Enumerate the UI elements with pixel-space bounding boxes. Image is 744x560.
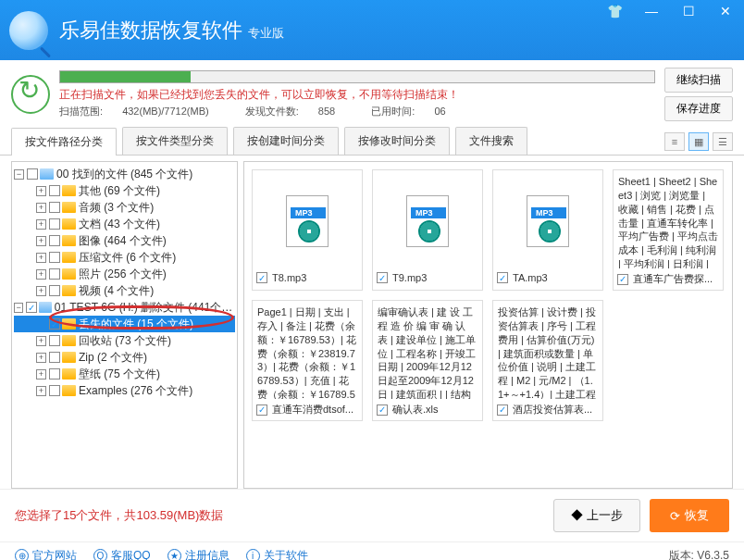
file-checkbox[interactable] [497, 272, 508, 283]
file-card[interactable]: Page1 | 日期 | 支出 | 存入 | 备注 | 花费（余额：￥16789… [252, 300, 363, 421]
support-qq-link[interactable]: Q客服QQ [93, 548, 151, 560]
file-card[interactable]: 编审确认表 | 建 设 工 程 造 价 编 审 确 认 表 | 建设单位 | 施… [372, 300, 483, 421]
file-card[interactable]: TA.mp3 [492, 169, 603, 291]
scan-status-text: 正在扫描文件，如果已经找到您丢失的文件，可以立即恢复，不用等待扫描结束！ [59, 87, 655, 103]
tree-item[interactable]: +照片 (256 个文件) [14, 266, 235, 282]
scan-progress [59, 70, 655, 83]
file-card[interactable]: T9.mp3 [372, 169, 483, 291]
file-checkbox[interactable] [256, 404, 267, 416]
tree-item[interactable]: +视频 (4 个文件) [14, 282, 235, 299]
maximize-button[interactable]: ☐ [670, 0, 707, 22]
selection-summary: 您选择了15个文件，共103.59(MB)数据 [15, 507, 223, 524]
recycle-icon [11, 75, 50, 114]
about-link[interactable]: i关于软件 [246, 548, 308, 560]
info-icon: i [246, 549, 260, 560]
view-detail-button[interactable]: ☰ [713, 132, 733, 151]
file-card[interactable]: Sheet1 | Sheet2 | Sheet3 | 浏览 | 浏览量 | 收藏… [613, 169, 724, 291]
file-text-preview: 编审确认表 | 建 设 工 程 造 价 编 审 确 认 表 | 建设单位 | 施… [377, 305, 478, 399]
file-checkbox[interactable] [377, 404, 388, 416]
globe-icon: ⊕ [15, 549, 29, 560]
selection-bar: 您选择了15个文件，共103.59(MB)数据 ◆ 上一步 ⟳恢复 [0, 489, 744, 541]
category-tabs: 按文件路径分类 按文件类型分类 按创建时间分类 按修改时间分类 文件搜索 ≡ ▦… [0, 127, 744, 156]
tab-by-type[interactable]: 按文件类型分类 [122, 127, 228, 155]
folder-tree[interactable]: − 00 找到的文件 (845 个文件) +其他 (69 个文件) +音频 (3… [11, 161, 238, 489]
previous-step-button[interactable]: ◆ 上一步 [553, 499, 640, 532]
tree-item[interactable]: +Zip (2 个文件) [14, 349, 235, 366]
view-grid-button[interactable]: ▦ [688, 132, 709, 151]
file-name: 确认表.xls [392, 403, 439, 417]
title-bar: 乐易佳数据恢复软件 专业版 👕 — ☐ ✕ [0, 0, 744, 60]
continue-scan-button[interactable]: 继续扫描 [664, 68, 733, 93]
refresh-icon: ⟳ [670, 509, 680, 523]
tree-drive[interactable]: − 01 TEST-6G (H:) 删除文件 (441个文件) [14, 299, 235, 316]
scan-meta: 扫描范围: 432(MB)/7712(MB) 发现文件数: 858 已用时间: … [59, 105, 655, 118]
file-checkbox[interactable] [497, 404, 508, 416]
tree-item-lost-files[interactable]: +丢失的文件 (15 个文件) [14, 316, 235, 332]
app-title: 乐易佳数据恢复软件 [59, 17, 242, 44]
star-icon: ★ [167, 549, 181, 560]
file-checkbox[interactable] [256, 272, 267, 283]
tree-item[interactable]: +音频 (3 个文件) [14, 199, 235, 216]
tree-item[interactable]: +图像 (464 个文件) [14, 232, 235, 249]
file-text-preview: Sheet1 | Sheet2 | Sheet3 | 浏览 | 浏览量 | 收藏… [617, 174, 719, 268]
mp3-file-icon [286, 195, 329, 247]
expander-icon[interactable]: − [14, 169, 24, 180]
skin-button[interactable]: 👕 [596, 0, 633, 22]
tree-item[interactable]: +其他 (69 个文件) [14, 182, 235, 199]
tree-item[interactable]: +回收站 (73 个文件) [14, 332, 235, 349]
tree-item[interactable]: +壁纸 (75 个文件) [14, 366, 235, 382]
file-name: 酒店投资估算表... [513, 403, 592, 417]
tab-by-created[interactable]: 按创建时间分类 [233, 127, 339, 155]
file-name: T9.mp3 [392, 272, 427, 283]
save-progress-button[interactable]: 保存进度 [664, 96, 733, 121]
file-text-preview: Page1 | 日期 | 支出 | 存入 | 备注 | 花费（余额：￥16789… [256, 305, 358, 399]
file-name: 直通车消费dtsof... [272, 403, 353, 417]
scan-status-area: 正在扫描文件，如果已经找到您丢失的文件，可以立即恢复，不用等待扫描结束！ 扫描范… [0, 60, 744, 127]
tree-item[interactable]: +Examples (276 个文件) [14, 382, 235, 399]
tree-root[interactable]: − 00 找到的文件 (845 个文件) [14, 166, 235, 182]
mp3-file-icon [527, 195, 569, 247]
tree-checkbox[interactable] [27, 168, 38, 180]
app-subtitle: 专业版 [248, 25, 284, 42]
tab-by-path[interactable]: 按文件路径分类 [11, 128, 117, 156]
file-checkbox[interactable] [617, 274, 628, 285]
close-button[interactable]: ✕ [707, 0, 744, 22]
view-list-button[interactable]: ≡ [664, 132, 685, 151]
tab-search[interactable]: 文件搜索 [455, 127, 527, 155]
recover-button[interactable]: ⟳恢复 [650, 499, 729, 532]
app-logo-icon [9, 11, 48, 50]
tree-checkbox[interactable] [26, 302, 36, 313]
tab-by-modified[interactable]: 按修改时间分类 [344, 127, 450, 155]
footer-link-bar: ⊕官方网站 Q客服QQ ★注册信息 i关于软件 版本: V6.3.5 [0, 541, 744, 560]
file-name: T8.mp3 [272, 272, 306, 283]
file-name: 直通车广告费探... [633, 272, 713, 286]
official-site-link[interactable]: ⊕官方网站 [15, 548, 77, 560]
file-checkbox[interactable] [377, 272, 388, 283]
drive-icon [39, 302, 52, 313]
file-card[interactable]: T8.mp3 [252, 169, 363, 291]
register-info-link[interactable]: ★注册信息 [167, 548, 229, 560]
minimize-button[interactable]: — [633, 0, 670, 22]
file-grid[interactable]: T8.mp3 T9.mp3 TA.mp3 Sheet1 | Sheet2 | S… [243, 161, 733, 489]
file-text-preview: 投资估算 | 设计费 | 投资估算表 | 序号 | 工程费用 | 估算价值(万元… [497, 305, 599, 399]
qq-icon: Q [93, 549, 107, 560]
file-card[interactable]: 投资估算 | 设计费 | 投资估算表 | 序号 | 工程费用 | 估算价值(万元… [492, 300, 603, 421]
version-label: 版本: V6.3.5 [669, 548, 729, 560]
tree-item[interactable]: +压缩文件 (6 个文件) [14, 249, 235, 266]
tree-item[interactable]: +文档 (43 个文件) [14, 216, 235, 232]
mp3-file-icon [406, 195, 449, 247]
drive-icon [40, 168, 54, 180]
file-name: TA.mp3 [513, 272, 548, 283]
